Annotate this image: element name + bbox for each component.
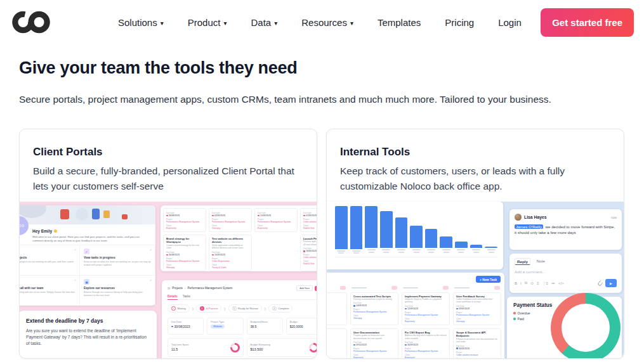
- nav-item-data[interactable]: Data▾: [251, 17, 277, 28]
- tab-reply: Reply: [515, 258, 530, 265]
- arrow-up-right-icon: ↗: [74, 279, 76, 282]
- bar-label: [352, 249, 360, 257]
- kanban-column-header: [402, 286, 450, 290]
- skeleton-text: [337, 250, 345, 252]
- project-detail-panel: ▤ Projects › Performance Management Syst…: [162, 280, 317, 359]
- task-card: [254, 235, 298, 271]
- legend-dot-icon: [513, 318, 516, 320]
- nav-item-product[interactable]: Product▾: [188, 17, 227, 28]
- edit-button: ✎: [315, 286, 317, 291]
- main-nav: Solutions▾Product▾Data▾Resources▾Templat…: [118, 17, 522, 28]
- skeleton-text: [412, 249, 421, 250]
- legend-label: Overdue: [518, 311, 530, 315]
- due-date-value: 30/09/2023: [326, 341, 344, 344]
- chevron-right-icon: ❯: [192, 307, 194, 311]
- chart-bar: [440, 236, 452, 248]
- detail-stat: Budget Remaining$13,500: [247, 338, 318, 357]
- portal-illustration: [19, 205, 155, 224]
- status-dot-icon: [212, 215, 214, 217]
- deadline-modal: Extend the deadline by 7 days Are you su…: [19, 311, 157, 359]
- portal-greeting: Hey Emily: [32, 229, 57, 233]
- task-title: Test website on different devices: [212, 237, 249, 244]
- status-dot-icon: [166, 254, 168, 256]
- field-label: Budget: [290, 321, 317, 323]
- nav-item-solutions[interactable]: Solutions▾: [118, 17, 164, 28]
- tab-details: Details: [168, 295, 178, 300]
- bar-chart: [335, 206, 497, 257]
- breadcrumb: ▤ Projects › Performance Management Syst…: [168, 285, 317, 291]
- tile-title: Your projects: [19, 256, 76, 259]
- step-waiting: ✓Waiting: [168, 304, 190, 313]
- project-link: CRM Sales Hub: [326, 311, 344, 313]
- skeleton-text: [427, 249, 435, 250]
- format-icon: ≔: [551, 281, 555, 285]
- nav-item-login[interactable]: Login: [498, 17, 522, 28]
- chevron-down-icon: ▾: [274, 20, 277, 27]
- task-card: Launch Performance testingPerform soak a…: [300, 235, 317, 271]
- legend-label: Paid: [518, 317, 524, 321]
- portal-tile: ✓↗View tasks in progressKeep an eye on w…: [80, 245, 155, 275]
- skeleton-text: [442, 249, 450, 250]
- bar-label: [337, 249, 345, 257]
- client-link: Expensely: [326, 317, 344, 320]
- project-link: Performance Management System: [212, 221, 249, 223]
- bar-chart-panel: [327, 202, 503, 269]
- format-icon: ⋮≡: [542, 281, 549, 285]
- kanban-column-header: [453, 286, 501, 290]
- nav-item-templates[interactable]: Templates: [378, 17, 421, 28]
- tile-text: Browse through our resource library to h…: [84, 291, 151, 297]
- project-link: Order Registration: [212, 260, 249, 262]
- due-date-value: 15/09/2023: [258, 214, 294, 217]
- step-in-process: 2In Process: [196, 304, 221, 313]
- client-link: Gloriajoy: [166, 266, 203, 269]
- project-link: Performance Management System: [166, 221, 203, 223]
- arrow-up-right-icon: ↗: [74, 249, 76, 252]
- format-icon: </>: [558, 281, 564, 285]
- internal-kanban-grid: Finances ReportsView project reportsDue …: [326, 292, 501, 359]
- tile-text: Book a meeting with one of our team. Sim…: [19, 291, 76, 297]
- skeleton-text: [444, 252, 449, 253]
- chevron-right-icon: ❯: [264, 307, 266, 311]
- client-link: Expensely: [258, 227, 294, 229]
- nav-item-pricing[interactable]: Pricing: [445, 17, 474, 28]
- task-description: Integrate Stripe or Paddle as a payment …: [405, 298, 447, 304]
- stat-label: Total time Spent: [171, 344, 188, 346]
- nav-item-resources[interactable]: Resources▾: [301, 17, 353, 28]
- portal-panel: BOGO Hey Emily Welcome to our client por…: [19, 205, 155, 306]
- skeleton-text: [457, 249, 465, 250]
- detail-field: Budget$20,0000: [286, 318, 317, 335]
- task-description: Prepare & document user documentation fo…: [456, 338, 498, 344]
- due-date-value: 01/09/2023: [303, 214, 317, 217]
- bar-column: [395, 206, 408, 257]
- field-value: 30/08/2023: [171, 325, 200, 328]
- step-label: Complete: [278, 307, 289, 310]
- legend-dot-icon: [513, 312, 516, 314]
- project-link: Order volume increase: [456, 354, 498, 356]
- get-started-button[interactable]: Get started free: [541, 8, 634, 37]
- step-label: Waiting: [178, 307, 186, 310]
- skeleton-text: [352, 250, 360, 252]
- client-link: Kidd & Vine: [303, 262, 317, 265]
- format-icon: B: [515, 281, 517, 285]
- portal-tile: ▤↗Your projectsSee all the projects we a…: [19, 245, 80, 275]
- task-description: Verify application compatibility on diff…: [212, 244, 249, 250]
- bar-column: [470, 206, 483, 257]
- due-date-value: 09/09/2023: [456, 307, 498, 310]
- internal-kanban-panel: + New Task Finances ReportsView project …: [326, 273, 504, 359]
- tile-title: Explore our resources: [84, 287, 151, 290]
- status-dot-icon: [353, 305, 355, 307]
- bar-column: [365, 206, 378, 257]
- progress-ring: [230, 343, 240, 352]
- skeleton-text: [403, 287, 418, 289]
- paperclip-icon: [597, 280, 603, 287]
- detail-field: Due Date30/08/2023: [168, 318, 204, 335]
- chart-bar: [380, 211, 393, 248]
- due-date-value: 04/09/2023: [326, 304, 344, 307]
- hero-section: Give your team the tools they need Secur…: [0, 58, 644, 105]
- noloco-logo[interactable]: [11, 9, 51, 36]
- stat-text: Total time Spent11.5: [171, 344, 188, 351]
- stat-label: Budget Remaining: [251, 344, 270, 346]
- task-card: Implement Payment GatewayIntegrate Strip…: [402, 292, 450, 325]
- due-date-value: 30/08/2023: [166, 214, 203, 217]
- skeleton-text: [367, 249, 376, 250]
